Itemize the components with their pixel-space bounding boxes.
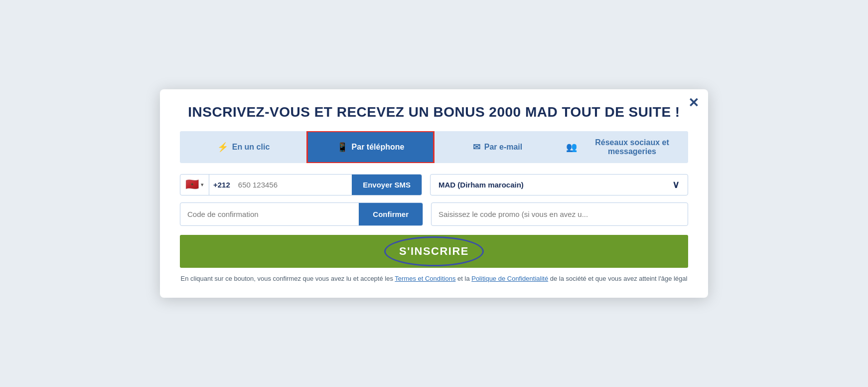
phone-group: 🇲🇦 ▾ +212 Envoyer SMS [180,174,422,195]
registration-modal: ✕ INSCRIVEZ-VOUS ET RECEVEZ UN BONUS 200… [160,89,708,298]
register-label: S'INSCRIRE [399,245,469,257]
privacy-link[interactable]: Politique de Confidentialité [471,275,548,282]
lightning-icon: ⚡ [217,142,228,153]
tab-bar: ⚡ En un clic 📱 Par téléphone ✉ Par e-mai… [180,131,688,163]
register-button-wrap: S'INSCRIRE [180,235,688,268]
flag-emoji: 🇲🇦 [185,178,199,191]
currency-selector[interactable]: MAD (Dirham marocain) ∨ [430,174,688,195]
phone-prefix: +212 [209,181,234,189]
register-button[interactable]: S'INSCRIRE [180,235,688,268]
modal-title: INSCRIVEZ-VOUS ET RECEVEZ UN BONUS 2000 … [180,104,688,120]
email-icon: ✉ [473,142,480,153]
tab-social[interactable]: 👥 Réseaux sociaux et messageries [561,131,688,163]
confirm-button[interactable]: Confirmer [359,203,423,225]
terms-link[interactable]: Termes et Conditions [395,275,455,282]
phone-row: 🇲🇦 ▾ +212 Envoyer SMS MAD (Dirham maroca… [180,174,688,195]
send-sms-button[interactable]: Envoyer SMS [352,175,422,195]
phone-input[interactable] [234,175,352,195]
social-icon: 👥 [566,142,577,153]
chevron-down-icon: ▾ [201,182,204,188]
promo-input[interactable] [431,202,688,226]
currency-label: MAD (Dirham marocain) [438,181,672,189]
phone-icon: 📱 [337,142,348,153]
chevron-down-icon: ∨ [672,179,680,191]
tab-email[interactable]: ✉ Par e-mail [434,131,561,163]
confirmation-row: Confirmer [180,202,688,226]
close-button[interactable]: ✕ [688,96,699,109]
confirmation-input[interactable] [180,203,359,225]
tab-phone[interactable]: 📱 Par téléphone [307,131,434,163]
tab-one-click[interactable]: ⚡ En un clic [180,131,307,163]
legal-text: En cliquant sur ce bouton, vous confirme… [180,274,688,284]
confirmation-group: Confirmer [180,202,423,226]
country-selector[interactable]: 🇲🇦 ▾ [180,175,209,195]
